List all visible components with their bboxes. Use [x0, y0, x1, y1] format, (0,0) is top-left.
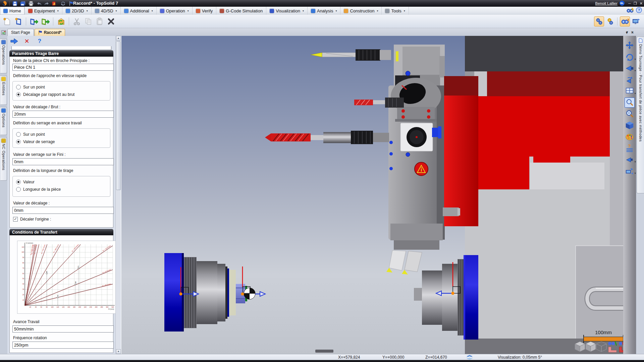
menu-tab[interactable]: Tools ▾	[382, 7, 409, 15]
copy-icon[interactable]	[84, 17, 93, 26]
screen-capture-icon[interactable]	[631, 17, 641, 26]
frequence-rotation-input[interactable]	[12, 342, 114, 349]
radio-icon[interactable]	[16, 180, 21, 184]
side-tab[interactable]: NC Operations	[0, 137, 7, 181]
check-in-package-icon[interactable]	[56, 17, 66, 26]
toolbar-pin-icon[interactable]: ▼	[626, 31, 629, 34]
radio-icon[interactable]	[16, 187, 21, 192]
radio-icon[interactable]	[16, 92, 21, 97]
chevron-down-icon[interactable]: ▾	[187, 9, 189, 12]
chevron-down-icon[interactable]: ▾	[87, 9, 88, 12]
kinematics-icon[interactable]	[605, 17, 615, 26]
maximize-button[interactable]: ❐	[634, 1, 637, 6]
save-icon[interactable]	[12, 1, 18, 6]
menu-tab[interactable]: Analysis ▾	[308, 7, 340, 15]
menu-tab[interactable]: Visualization ▾	[266, 7, 308, 15]
rotate-view-icon[interactable]: ▾	[625, 52, 635, 62]
avance-travail-input[interactable]	[12, 325, 114, 333]
chevron-down-icon[interactable]: ▾	[57, 9, 59, 12]
demo-document-tab[interactable]: Démo Tournage - Pour transfert de pièce …	[637, 37, 644, 193]
iso-cube-icon[interactable]	[625, 120, 635, 130]
chevron-down-icon[interactable]: ▾	[303, 9, 304, 12]
explore-icon[interactable]	[620, 16, 630, 26]
serrage-fini-input[interactable]	[12, 158, 114, 165]
new-document-icon[interactable]	[2, 17, 11, 26]
chevron-down-icon[interactable]: ▾	[116, 9, 117, 12]
user-avatar[interactable]: BL	[620, 1, 625, 6]
modify-icon[interactable]	[52, 1, 58, 6]
user-name-link[interactable]: Benoit Lallier	[595, 1, 618, 5]
viewport-3d[interactable]: 100mm	[121, 36, 623, 354]
save-as-icon[interactable]	[41, 17, 50, 26]
radio-option[interactable]: Décalage par rapport au brut	[16, 92, 110, 98]
chevron-down-icon[interactable]: ▾	[635, 58, 636, 61]
visual-options-icon[interactable]: ?	[625, 143, 635, 153]
chevron-down-icon[interactable]: ▾	[635, 161, 636, 163]
chevron-down-icon[interactable]: ▾	[377, 9, 378, 12]
menu-tab[interactable]: Equipment ▾	[25, 7, 62, 15]
radio-option[interactable]: Sur un point	[16, 84, 110, 90]
help-button[interactable]: ?	[36, 38, 44, 45]
menu-tab[interactable]: G-Code Simulation	[216, 7, 266, 15]
help-icon[interactable]: ?	[636, 7, 642, 14]
menu-tab[interactable]: Verify	[193, 7, 217, 15]
new-model-icon[interactable]	[13, 17, 23, 26]
search-binoculars-icon[interactable]	[627, 7, 634, 14]
minimize-button[interactable]: ─	[628, 1, 631, 5]
radio-option[interactable]: Valeur de serrage	[16, 139, 110, 145]
radio-option[interactable]: Valeur	[16, 179, 110, 185]
decalage-brut-input[interactable]	[12, 111, 114, 118]
print-icon[interactable]	[28, 1, 34, 6]
user-area[interactable]: Benoit Lallier BL	[595, 1, 625, 6]
redo-icon[interactable]	[44, 1, 50, 6]
camera-rotate-icon[interactable]	[625, 75, 635, 85]
dock-panel-icon[interactable]	[0, 29, 7, 36]
piece-name-input[interactable]	[12, 64, 114, 71]
refresh-icon[interactable]	[60, 1, 66, 6]
menu-tab[interactable]: Operation ▾	[157, 7, 193, 15]
view-direction-icon[interactable]: ▾	[625, 63, 635, 73]
delete-icon[interactable]	[106, 17, 116, 26]
panel-scrollbar[interactable]: ▲ ▼	[115, 36, 121, 354]
pan-icon[interactable]	[625, 41, 635, 51]
save-all-icon[interactable]	[20, 1, 26, 6]
radio-icon[interactable]	[16, 139, 21, 144]
menu-tab[interactable]: Construction ▾	[340, 7, 382, 15]
undo-icon[interactable]	[36, 1, 42, 6]
side-tab[interactable]: Options	[0, 107, 7, 135]
radio-icon[interactable]	[16, 85, 21, 89]
chevron-down-icon[interactable]: ▾	[152, 9, 153, 12]
scroll-down-icon[interactable]: ▼	[116, 349, 121, 354]
radio-option[interactable]: Sur un point	[16, 131, 110, 137]
menu-tab[interactable]: 2D/3D ▾	[62, 7, 92, 15]
checkbox-icon[interactable]: ✓	[13, 217, 18, 222]
screen-3d-icon[interactable]: ▾	[625, 166, 635, 176]
decaler-origine-row[interactable]: ✓ Décaler l'origine :	[13, 217, 51, 222]
cut-icon[interactable]	[72, 17, 82, 26]
mechanism-icon[interactable]	[594, 16, 604, 26]
scrollbar-thumb[interactable]	[116, 41, 121, 190]
group-header-parametres[interactable]: Paramètres Tirage Barre	[9, 50, 113, 57]
valeur-decalage-input[interactable]	[12, 207, 114, 214]
chevron-down-icon[interactable]: ▾	[404, 9, 405, 12]
zoom-window-icon[interactable]	[625, 98, 635, 108]
multi-view-icon[interactable]: ▾	[625, 86, 635, 96]
section-view-icon[interactable]: ▾	[625, 155, 635, 165]
side-tab[interactable]: Entities	[0, 75, 7, 105]
zoom-icon[interactable]	[625, 109, 635, 119]
paste-icon[interactable]	[95, 17, 104, 26]
render-palette-icon[interactable]	[625, 132, 635, 142]
close-button[interactable]: ✕	[640, 1, 643, 6]
scroll-up-icon[interactable]: ▲	[116, 36, 121, 41]
group-header-conditions[interactable]: Conditions de Transfert	[9, 229, 113, 235]
radio-icon[interactable]	[16, 132, 21, 137]
chevron-down-icon[interactable]: ▾	[635, 69, 636, 72]
menu-tab[interactable]: Additional ▾	[121, 7, 157, 15]
chevron-down-icon[interactable]: ▾	[635, 172, 636, 175]
chevron-down-icon[interactable]: ▾	[635, 92, 636, 95]
menu-tab[interactable]: 4D/5D ▾	[92, 7, 121, 15]
cancel-button[interactable]: ✕	[23, 38, 31, 45]
chevron-down-icon[interactable]: ▾	[335, 9, 337, 12]
ok-button[interactable]	[10, 38, 18, 45]
radio-option[interactable]: Longueur de la pièce	[16, 186, 110, 192]
